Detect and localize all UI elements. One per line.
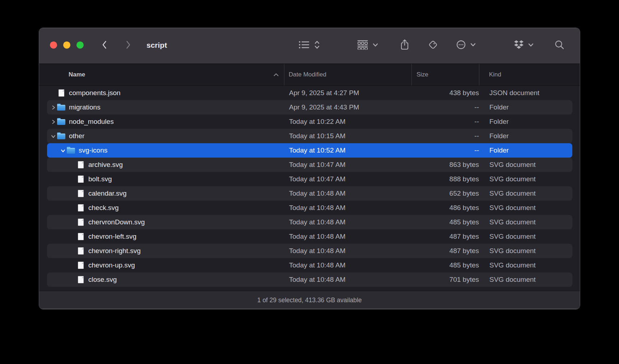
file-name-cell: bolt.svg	[47, 172, 285, 186]
table-row[interactable]: close.svg Today at 10:48 AM 701 bytes SV…	[47, 272, 572, 287]
file-name: close.svg	[88, 276, 117, 284]
size-cell: --	[412, 118, 480, 126]
file-name: chevron-up.svg	[88, 261, 135, 269]
kind-cell: SVG document	[480, 161, 572, 169]
svg-document-icon	[76, 247, 85, 255]
size-cell: 701 bytes	[412, 276, 480, 284]
file-name: migrations	[69, 103, 101, 111]
table-row[interactable]: other Today at 10:15 AM -- Folder	[47, 129, 572, 143]
table-row[interactable]: chevron-right.svg Today at 10:48 AM 487 …	[47, 244, 572, 258]
file-name-cell: close.svg	[47, 272, 285, 287]
close-window-button[interactable]	[50, 41, 57, 48]
file-list: components.json Apr 9, 2025 at 4:27 PM 4…	[39, 86, 580, 291]
share-button[interactable]	[400, 39, 410, 50]
file-name: components.json	[69, 89, 121, 97]
file-name-cell: chevron-up.svg	[47, 258, 285, 272]
file-name: other	[69, 132, 84, 140]
kind-cell: SVG document	[480, 247, 572, 255]
table-row[interactable]: archive.svg Today at 10:47 AM 863 bytes …	[47, 158, 572, 172]
back-button[interactable]	[100, 40, 109, 50]
more-actions-button[interactable]	[456, 39, 476, 50]
window-title: script	[146, 41, 167, 50]
file-name: calendar.svg	[88, 190, 127, 197]
share-icon	[400, 39, 410, 50]
kind-cell: Folder	[480, 118, 572, 126]
search-icon	[554, 39, 565, 50]
json-document-icon	[57, 89, 65, 97]
table-row[interactable]: chevron-up.svg Today at 10:48 AM 485 byt…	[47, 258, 572, 272]
kind-cell: Folder	[480, 103, 572, 111]
kind-cell: SVG document	[480, 190, 572, 197]
chevron-left-icon	[100, 40, 109, 50]
table-row[interactable]: node_modules Today at 10:22 AM -- Folder	[47, 115, 572, 129]
tag-icon	[428, 39, 438, 50]
date-modified-cell: Apr 9, 2025 at 4:27 PM	[285, 89, 412, 97]
kind-cell: Folder	[480, 146, 572, 154]
size-cell: 485 bytes	[412, 261, 480, 269]
kind-cell: SVG document	[480, 276, 572, 284]
file-name-cell: chevron-right.svg	[47, 244, 285, 258]
chevron-down-icon	[470, 43, 476, 47]
folder-icon	[57, 104, 65, 111]
column-header-date-modified[interactable]: Date Modified	[284, 64, 411, 85]
kind-cell: SVG document	[480, 261, 572, 269]
table-row[interactable]: bolt.svg Today at 10:47 AM 888 bytes SVG…	[47, 172, 572, 186]
group-by-button[interactable]	[357, 40, 378, 50]
size-cell: 487 bytes	[412, 233, 480, 241]
file-name: bolt.svg	[88, 175, 112, 183]
kind-cell: SVG document	[480, 175, 572, 183]
disclosure-chevron-icon[interactable]	[49, 120, 57, 124]
date-modified-cell: Today at 10:48 AM	[285, 233, 412, 241]
disclosure-chevron-icon[interactable]	[49, 105, 57, 110]
file-name-cell: archive.svg	[47, 158, 285, 172]
file-name-cell: node_modules	[47, 115, 285, 129]
svg-document-icon	[76, 262, 85, 269]
date-modified-cell: Today at 10:22 AM	[285, 118, 412, 126]
file-name-cell: components.json	[47, 86, 285, 100]
date-modified-cell: Today at 10:47 AM	[285, 175, 412, 183]
search-button[interactable]	[554, 39, 565, 50]
column-header-kind[interactable]: Kind	[479, 64, 572, 85]
date-modified-cell: Today at 10:48 AM	[285, 190, 412, 197]
table-row[interactable]: calendar.svg Today at 10:48 AM 652 bytes…	[47, 186, 572, 201]
kind-cell: SVG document	[480, 204, 572, 212]
table-row[interactable]: chervronDown.svg Today at 10:48 AM 485 b…	[47, 215, 572, 229]
file-name: node_modules	[69, 118, 114, 126]
list-view-button[interactable]	[298, 40, 320, 50]
table-row[interactable]: chevron-left.svg Today at 10:48 AM 487 b…	[47, 229, 572, 244]
svg-document-icon	[76, 190, 85, 197]
date-modified-cell: Today at 10:48 AM	[285, 247, 412, 255]
table-row[interactable]: check.svg Today at 10:48 AM 486 bytes SV…	[47, 201, 572, 215]
kind-cell: SVG document	[480, 218, 572, 226]
zoom-window-button[interactable]	[76, 41, 84, 48]
svg-document-icon	[76, 176, 85, 183]
file-name: chevron-left.svg	[88, 233, 136, 241]
file-name: chervronDown.svg	[88, 218, 145, 226]
size-cell: --	[412, 132, 480, 140]
list-header: Name Date Modified Size Kind	[39, 64, 580, 86]
date-modified-cell: Today at 10:48 AM	[285, 261, 412, 269]
minimize-window-button[interactable]	[63, 41, 70, 48]
column-header-name[interactable]: Name	[47, 64, 284, 85]
file-name-cell: svg-icons	[47, 143, 285, 158]
file-name-cell: check.svg	[47, 201, 285, 215]
svg-document-icon	[76, 233, 85, 240]
table-row[interactable]: migrations Apr 9, 2025 at 4:43 PM -- Fol…	[47, 100, 572, 115]
group-view-icon	[357, 40, 368, 50]
folder-icon	[57, 118, 65, 125]
forward-button[interactable]	[124, 40, 132, 50]
disclosure-chevron-icon[interactable]	[49, 134, 57, 139]
size-cell: 863 bytes	[412, 161, 480, 169]
svg-document-icon	[76, 219, 85, 226]
dropbox-button[interactable]	[514, 40, 534, 50]
table-row[interactable]: svg-icons Today at 10:52 AM -- Folder	[47, 143, 572, 158]
column-header-size[interactable]: Size	[411, 64, 479, 85]
column-header-name-label: Name	[69, 71, 85, 78]
tags-button[interactable]	[428, 39, 438, 50]
disclosure-chevron-icon[interactable]	[59, 148, 67, 153]
kind-cell: JSON document	[480, 89, 572, 97]
date-modified-cell: Today at 10:48 AM	[285, 276, 412, 284]
table-row[interactable]: components.json Apr 9, 2025 at 4:27 PM 4…	[47, 86, 572, 100]
kind-cell: SVG document	[480, 233, 572, 241]
svg-document-icon	[76, 204, 85, 211]
